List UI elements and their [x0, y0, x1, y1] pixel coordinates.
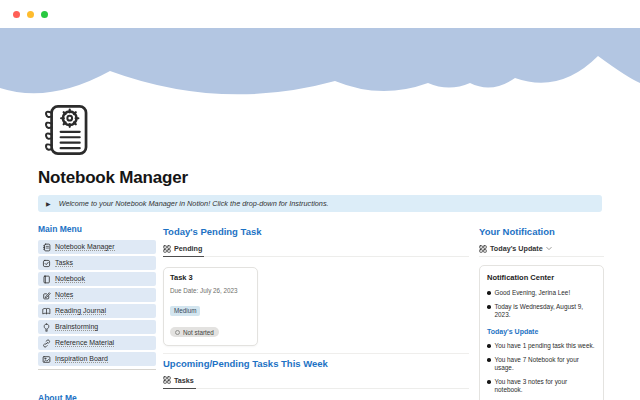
todays-update-subheading: Today's Update: [487, 328, 596, 335]
task-card[interactable]: Task 3 Due Date: July 26, 2023 Medium No…: [163, 267, 258, 346]
divider: [38, 369, 156, 370]
sidebar-item-label: Tasks: [55, 259, 73, 268]
tab-label: Pending: [174, 244, 202, 253]
sidebar-item-notebook-manager[interactable]: Notebook Manager: [38, 240, 156, 254]
tab-label: Today's Update: [490, 244, 543, 253]
notification-text: You have 1 pending task this week.: [495, 342, 595, 350]
sidebar-item-label: Reading Journal: [55, 307, 106, 316]
sidebar-item-inspiration-board[interactable]: Inspiration Board: [38, 352, 156, 366]
tab-tasks[interactable]: Tasks: [163, 376, 196, 389]
task-check-icon: [42, 259, 51, 268]
notification-item: You have 3 notes for your notebook.: [487, 378, 596, 394]
tasks-tab-bar: Tasks: [163, 374, 469, 389]
cloud-wave-decoration: [0, 28, 640, 98]
status-label: Not started: [183, 329, 214, 336]
notification-text: You have 3 notes for your notebook.: [495, 378, 597, 394]
page-icon-notebook[interactable]: [38, 101, 96, 159]
status-badge: Not started: [170, 327, 219, 337]
toggle-triangle-icon[interactable]: ▶: [46, 201, 51, 207]
sidebar-item-tasks[interactable]: Tasks: [38, 256, 156, 270]
your-notification-heading: Your Notification: [479, 226, 604, 237]
spiral-notebook-icon: [42, 243, 51, 252]
notification-card-title: Notification Center: [487, 273, 596, 282]
priority-badge: Medium: [170, 306, 200, 316]
tab-label: Tasks: [174, 376, 194, 385]
sidebar-item-reference-material[interactable]: Reference Material: [38, 336, 156, 350]
maximize-window-button[interactable]: [41, 11, 48, 18]
notebook-gear-icon: [38, 101, 96, 159]
sidebar-item-label: Inspiration Board: [55, 355, 108, 364]
sidebar-item-label: Notebook Manager: [55, 243, 115, 252]
sidebar-item-label: Notes: [55, 291, 73, 300]
notification-item: Today is Wednesday, August 9, 2023.: [487, 303, 596, 319]
notification-text: Today is Wednesday, August 9, 2023.: [495, 303, 597, 319]
todays-update-view-selector[interactable]: Today's Update: [479, 244, 554, 257]
header-banner: [0, 28, 640, 98]
window-titlebar: [0, 0, 640, 28]
notification-item: You have 7 Notebook for your usage.: [487, 356, 596, 372]
task-title: Task 3: [170, 273, 251, 282]
notification-item: Good Evening, Jerina Lee!: [487, 289, 596, 297]
notification-tab-bar: Today's Update: [479, 242, 604, 257]
upcoming-tasks-heading: Upcoming/Pending Tasks This Week: [163, 358, 469, 369]
sidebar-item-label: Notebook: [55, 275, 85, 284]
book-icon: [42, 275, 51, 284]
bullet-icon: [487, 380, 491, 384]
bullet-icon: [487, 305, 491, 309]
board-separator: [163, 353, 469, 354]
tasks-column: Today's Pending Task Pending Task 3 Due …: [163, 222, 469, 400]
pending-tab-bar: Pending: [163, 242, 469, 257]
instructions-callout[interactable]: ▶ Welcome to your Notebook Manager in No…: [38, 195, 602, 212]
notification-item: You have 1 pending task this week.: [487, 342, 596, 350]
sidebar-item-brainstorming[interactable]: Brainstorming: [38, 320, 156, 334]
about-me-heading: About Me: [38, 393, 156, 400]
page-columns: Main Menu Notebook Manager Tasks: [38, 222, 602, 400]
gallery-view-icon: [163, 376, 171, 384]
image-frame-icon: [42, 355, 51, 364]
notification-center-card[interactable]: Notification Center Good Evening, Jerina…: [479, 265, 604, 400]
sidebar-item-label: Reference Material: [55, 339, 114, 348]
lightbulb-icon: [42, 323, 51, 332]
compose-icon: [42, 291, 51, 300]
todays-pending-task-heading: Today's Pending Task: [163, 226, 469, 237]
link-icon: [42, 339, 51, 348]
task-due-date: Due Date: July 26, 2023: [170, 287, 251, 294]
bullet-icon: [487, 291, 491, 295]
sidebar-item-notes[interactable]: Notes: [38, 288, 156, 302]
sidebar-item-notebook[interactable]: Notebook: [38, 272, 156, 286]
gallery-view-icon: [163, 245, 171, 253]
notification-text: You have 7 Notebook for your usage.: [495, 356, 597, 372]
sidebar-item-reading-journal[interactable]: Reading Journal: [38, 304, 156, 318]
open-book-icon: [42, 307, 51, 316]
status-ring-icon: [175, 330, 180, 335]
bullet-icon: [487, 344, 491, 348]
gallery-view-icon: [479, 245, 487, 253]
close-window-button[interactable]: [13, 11, 20, 18]
page-title: Notebook Manager: [38, 168, 602, 188]
chevron-down-icon: [546, 246, 552, 251]
tab-pending[interactable]: Pending: [163, 244, 204, 257]
main-menu-heading: Main Menu: [38, 224, 156, 234]
sidebar-item-label: Brainstorming: [55, 323, 98, 332]
notification-column: Your Notification Today's Update Notific…: [479, 222, 604, 400]
bullet-icon: [487, 358, 491, 362]
notification-text: Good Evening, Jerina Lee!: [495, 289, 571, 297]
notion-window: Notebook Manager ▶ Welcome to your Noteb…: [0, 0, 640, 400]
callout-text: Welcome to your Notebook Manager in Noti…: [59, 199, 329, 208]
main-menu-column: Main Menu Notebook Manager Tasks: [38, 222, 156, 400]
minimize-window-button[interactable]: [27, 11, 34, 18]
